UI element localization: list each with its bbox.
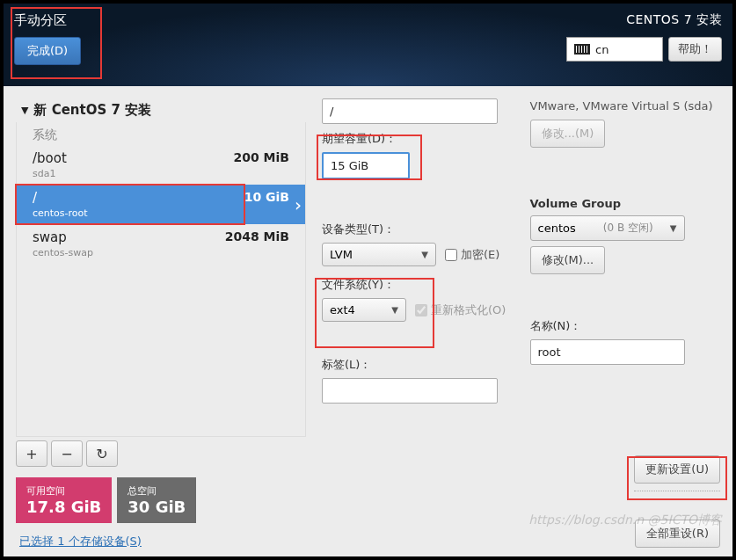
volume-group-free: (0 B 空闲) xyxy=(603,221,653,236)
reformat-checkbox-input xyxy=(415,304,427,316)
chevron-down-icon: ▼ xyxy=(421,250,428,259)
space-summary: 可用空间 17.8 GiB 总空间 30 GiB xyxy=(16,477,306,523)
remove-partition-button[interactable]: − xyxy=(51,440,83,467)
device-type-label: 设备类型(T)： xyxy=(322,222,513,237)
partition-size: 200 MiB xyxy=(234,150,290,164)
help-button[interactable]: 帮助！ xyxy=(668,37,722,62)
capacity-label: 期望容量(D)： xyxy=(322,131,513,147)
partition-row-swap[interactable]: swap 2048 MiB centos-swap xyxy=(17,224,305,264)
volume-group-value: centos xyxy=(538,222,576,235)
reformat-checkbox: 重新格式化(O) xyxy=(415,302,506,318)
volume-group-dropdown[interactable]: centos (0 B 空闲) ▼ xyxy=(530,215,685,241)
left-pane: ▼ 新 CentOS 7 安装 系统 /boot 200 MiB sda1 / … xyxy=(16,98,306,549)
disk-name: VMware, VMware Virtual S (sda) xyxy=(530,98,721,114)
partition-size: 2048 MiB xyxy=(225,229,289,244)
install-label: 新 CentOS 7 安装 xyxy=(33,102,151,119)
reformat-label: 重新格式化(O) xyxy=(431,302,506,318)
name-input[interactable] xyxy=(530,339,685,365)
watermark: https://blog.csdn.n @5ICTO博客 xyxy=(528,513,722,528)
update-settings-button[interactable]: 更新设置(U) xyxy=(634,455,720,484)
product-name: CENTOS 7 安装 xyxy=(626,12,722,28)
total-value: 30 GiB xyxy=(128,498,186,516)
device-type-dropdown[interactable]: LVM ▼ xyxy=(322,243,436,266)
install-disclosure[interactable]: ▼ 新 CentOS 7 安装 xyxy=(16,98,306,122)
partition-row-boot[interactable]: /boot 200 MiB sda1 xyxy=(17,145,305,185)
chevron-down-icon: ▼ xyxy=(391,305,398,315)
filesystem-dropdown[interactable]: ext4 ▼ xyxy=(322,298,406,322)
label-input[interactable] xyxy=(322,378,498,404)
mount-point-input[interactable] xyxy=(322,98,498,124)
filesystem-label: 文件系统(Y)： xyxy=(322,277,513,293)
partition-list: 系统 /boot 200 MiB sda1 / 10 GiB centos-ro… xyxy=(16,122,306,437)
partition-row-root[interactable]: / 10 GiB centos-root › xyxy=(17,185,305,224)
volume-group-label: Volume Group xyxy=(530,197,721,210)
chevron-down-icon: ▼ xyxy=(670,223,677,233)
keyboard-layout-selector[interactable]: cn xyxy=(566,37,663,62)
done-button[interactable]: 完成(D) xyxy=(14,37,81,65)
modify-vg-button[interactable]: 修改(M)... xyxy=(530,246,606,274)
keyboard-layout-label: cn xyxy=(595,43,608,56)
total-label: 总空间 xyxy=(128,484,186,498)
keyboard-icon xyxy=(574,44,590,55)
encrypt-checkbox[interactable]: 加密(E) xyxy=(445,247,499,263)
filesystem-value: ext4 xyxy=(330,303,355,316)
partition-device: centos-swap xyxy=(33,247,289,258)
right-pane: 期望容量(D)： 设备类型(T)： LVM ▼ 加密(E) xyxy=(322,98,720,549)
details-col-b: VMware, VMware Virtual S (sda) 修改...(M) … xyxy=(530,98,721,549)
total-space: 总空间 30 GiB xyxy=(117,477,196,523)
device-type-value: LVM xyxy=(330,248,353,261)
add-partition-button[interactable]: + xyxy=(16,440,47,467)
system-section-label: 系统 xyxy=(17,122,305,145)
content-area: ▼ 新 CentOS 7 安装 系统 /boot 200 MiB sda1 / … xyxy=(4,86,732,556)
modify-disk-button: 修改...(M) xyxy=(530,120,606,148)
separator xyxy=(634,491,720,491)
tag-label: 标签(L)： xyxy=(322,357,513,373)
header-bar: 手动分区 完成(D) CENTOS 7 安装 cn 帮助！ xyxy=(4,4,732,86)
available-space: 可用空间 17.8 GiB xyxy=(16,477,112,523)
partition-device: centos-root xyxy=(33,207,289,219)
encrypt-checkbox-input[interactable] xyxy=(445,249,457,261)
reload-button[interactable]: ↻ xyxy=(86,440,118,467)
desired-capacity-input[interactable] xyxy=(322,152,410,179)
chevron-down-icon: ▼ xyxy=(21,105,28,116)
details-col-a: 期望容量(D)： 设备类型(T)： LVM ▼ 加密(E) xyxy=(322,98,513,549)
available-value: 17.8 GiB xyxy=(26,498,101,516)
page-title: 手动分区 xyxy=(14,12,67,29)
partition-size: 10 GiB xyxy=(244,190,289,204)
partition-device: sda1 xyxy=(33,168,289,179)
name-label: 名称(N)： xyxy=(530,318,721,334)
partition-toolbar: + − ↻ xyxy=(16,440,306,467)
chevron-right-icon: › xyxy=(295,194,302,215)
storage-devices-link[interactable]: 已选择 1 个存储设备(S) xyxy=(16,534,306,549)
available-label: 可用空间 xyxy=(26,484,101,498)
encrypt-label: 加密(E) xyxy=(461,247,499,263)
